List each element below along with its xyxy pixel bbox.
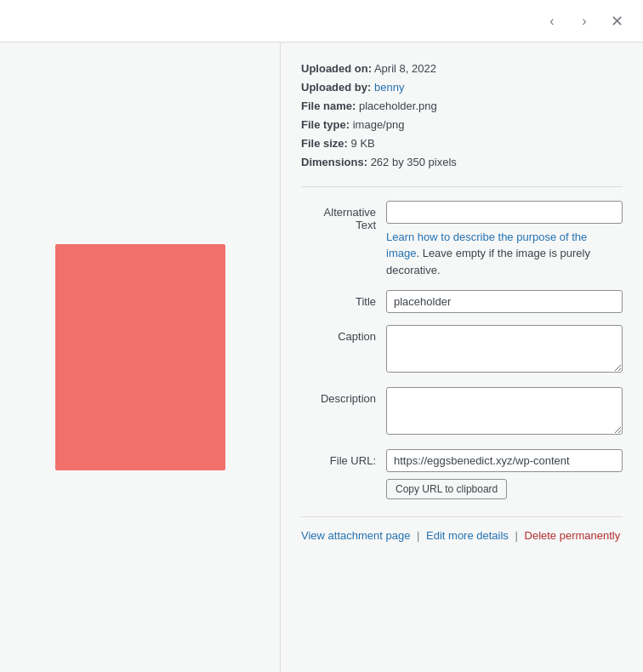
copy-url-button[interactable]: Copy URL to clipboard (386, 479, 507, 499)
uploaded-on-line: Uploaded on: April 8, 2022 (301, 60, 623, 78)
alt-text-help: Learn how to describe the purpose of the… (386, 229, 623, 279)
separator-1: | (417, 529, 419, 542)
title-row: Title (301, 290, 623, 313)
title-label: Title (301, 290, 386, 308)
file-size-value: 9 KB (351, 137, 375, 150)
uploaded-on-label: Uploaded on: (301, 62, 372, 75)
alt-text-help-suffix: . Leave empty if the image is purely dec… (386, 247, 590, 276)
main-area: Uploaded on: April 8, 2022 Uploaded by: … (0, 43, 643, 672)
file-type-value: image/png (353, 118, 405, 131)
file-size-line: File size: 9 KB (301, 134, 623, 153)
caption-wrapper (386, 325, 623, 375)
dimensions-line: Dimensions: 262 by 350 pixels (301, 153, 623, 172)
caption-label: Caption (301, 325, 386, 343)
file-url-row: File URL: (301, 449, 623, 472)
prev-icon: ‹ (549, 14, 554, 29)
file-size-label: File size: (301, 137, 348, 150)
footer-divider (301, 516, 623, 517)
file-url-label: File URL: (301, 454, 386, 467)
close-button[interactable]: ✕ (604, 9, 629, 34)
footer-links: View attachment page | Edit more details… (301, 529, 623, 542)
file-url-input[interactable] (386, 449, 623, 472)
alt-text-wrapper: Learn how to describe the purpose of the… (386, 201, 623, 279)
caption-row: Caption (301, 325, 623, 375)
next-button[interactable]: › (572, 9, 597, 34)
title-wrapper (386, 290, 623, 313)
file-type-line: File type: image/png (301, 116, 623, 134)
uploaded-by-link[interactable]: benny (374, 81, 404, 94)
dimensions-value: 262 by 350 pixels (371, 156, 457, 168)
description-wrapper (386, 387, 623, 437)
view-attachment-link[interactable]: View attachment page (301, 529, 410, 542)
alt-text-label: Alternative Text (301, 201, 386, 231)
file-metadata: Uploaded on: April 8, 2022 Uploaded by: … (301, 60, 623, 173)
file-name-label: File name: (301, 100, 356, 112)
alt-text-row: Alternative Text Learn how to describe t… (301, 201, 623, 279)
dimensions-label: Dimensions: (301, 156, 367, 168)
file-name-line: File name: placeholder.png (301, 97, 623, 116)
attachment-image (55, 244, 225, 470)
close-icon: ✕ (611, 12, 623, 31)
separator-2: | (515, 529, 518, 542)
description-label: Description (301, 387, 386, 405)
uploaded-on-value: April 8, 2022 (374, 62, 436, 75)
description-textarea[interactable] (386, 387, 623, 435)
prev-button[interactable]: ‹ (539, 9, 565, 34)
title-input[interactable] (386, 290, 623, 313)
file-name-value: placeholder.png (359, 100, 437, 112)
next-icon: › (582, 14, 586, 29)
file-type-label: File type: (301, 118, 350, 131)
edit-details-link[interactable]: Edit more details (426, 529, 509, 542)
uploaded-by-line: Uploaded by: benny (301, 78, 623, 97)
delete-permanently-link[interactable]: Delete permanently (525, 529, 621, 542)
copy-url-row: Copy URL to clipboard (301, 479, 623, 499)
description-row: Description (301, 387, 623, 437)
meta-divider (301, 186, 623, 187)
uploaded-by-label: Uploaded by: (301, 81, 371, 94)
caption-textarea[interactable] (386, 325, 623, 373)
top-bar: ‹ › ✕ (0, 0, 643, 43)
image-panel (0, 43, 281, 672)
alt-text-input[interactable] (386, 201, 623, 224)
details-panel: Uploaded on: April 8, 2022 Uploaded by: … (281, 43, 643, 672)
